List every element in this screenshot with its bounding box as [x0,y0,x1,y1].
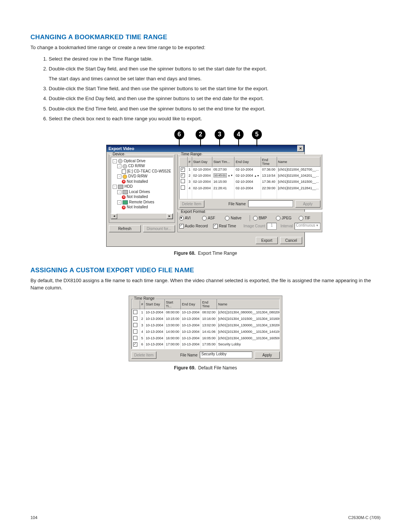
tree-optical[interactable]: Optical Drive [124,159,145,163]
col-endtime[interactable]: End Time [261,157,277,166]
table-row[interactable]: 610-13-200417:00:0010-13-200417:05:00Sec… [132,342,280,347]
tree-remote-not-installed: Not Installed [127,205,148,209]
table-row[interactable]: 410-13-200414:00:0010-13-200414:41:06[ch… [132,329,280,335]
callout-5: 5 [252,129,262,139]
fmt-tif: TIF [304,216,310,220]
col2-name[interactable]: Name [217,299,280,309]
steps-list: Select the desired row in the Time Range… [30,55,381,123]
delete-item-button-2[interactable]: Delete Item [131,351,156,359]
dialog-title: Export Video [108,146,134,151]
step-2-note: The start days and times cannot be set l… [49,75,381,83]
table-row[interactable]: 102-10-200405:27:0002-10-200407:36:00[ch… [179,166,320,173]
interval-label: Interval [280,224,293,228]
col-endday[interactable]: End Day [234,157,261,166]
tree-dvdrw[interactable]: DVD R/RW [128,174,147,178]
radio-native[interactable] [225,216,229,220]
fmt-asf: ASF [208,216,215,220]
scroll-right-icon[interactable]: ► [167,214,173,219]
page-footer: 104 C2630M-C (7/09) [30,515,381,520]
step-2: Double-click the Start Day field, and th… [49,65,381,83]
scroll-left-icon[interactable]: ◄ [111,214,117,219]
col2-startday[interactable]: Start Day [145,299,165,309]
tree-hdd[interactable]: HDD [124,184,133,189]
col2-starttime[interactable]: Start Ti... [165,299,181,309]
realtime-label: Real Time [219,224,236,228]
tree-hscrollbar[interactable]: ◄ ► [111,213,173,219]
time-range-label-2: Time Range [133,296,156,300]
tree-cdrw[interactable]: CD R/RW [128,164,145,168]
step-3: Double-click the Start Time field, and t… [49,85,381,93]
heading-changing-bookmark: CHANGING A BOOKMARKED TIME RANGE [30,34,381,41]
time-range-table[interactable]: # Start Day Start Tim... End Day End Tim… [179,157,320,199]
time-range-table-2[interactable]: # Start Day Start Ti... End Day End Time… [132,299,280,349]
fmt-jpeg: JPEG [282,216,292,220]
table-row[interactable]: 210-13-200410:15:0010-13-200410:16:00[ch… [132,316,280,322]
step-1: Select the desired row in the Time Range… [49,55,381,63]
chk-audio[interactable] [179,224,184,228]
export-format-label: Export Format [180,209,206,214]
radio-tif[interactable] [299,216,303,220]
device-group-label: Device [112,152,126,156]
apply-button[interactable]: Apply [295,200,320,208]
chk-realtime[interactable] [213,224,218,228]
device-tree[interactable]: -Optical Drive -CD R/RW [E:] CD-TEAC CD-… [111,157,173,213]
heading-assigning-filename: ASSIGNING A CUSTOM EXPORT VIDEO FILE NAM… [30,267,381,274]
col-name[interactable]: Name [277,157,320,166]
step-5: Double-click the End Time field, and the… [49,105,381,113]
table-row[interactable]: 310-13-200413:00:0010-13-200413:02:00[ch… [132,322,280,329]
cancel-button[interactable]: Cancel [280,237,302,244]
step-4: Double-click the End Day field, and then… [49,95,381,102]
fmt-native: Native [231,216,241,220]
tree-cd-item[interactable]: [E:] CD-TEAC CD-W552E [127,169,171,173]
tree-local[interactable]: Local Drives [129,190,150,194]
file-name-label: File Name [207,202,246,206]
figure-68-caption: Figure 68. Export Time Range [30,251,381,256]
time-range-panel: Time Range # Start Day Start Ti... End D… [129,296,282,361]
tree-local-not-installed: Not Installed [127,195,148,199]
radio-asf[interactable] [202,216,207,220]
intro-text-2: By default, the DX8100 assigns a file na… [30,277,381,292]
callout-row: 6 2 3 4 5 [107,129,304,145]
dismount-button[interactable]: Dismount for... [143,225,175,232]
image-count-label: Image Count [244,224,265,228]
figure-69-caption: Figure 69. Default File Names [30,365,381,371]
col2-endtime[interactable]: End Time [201,299,217,309]
radio-avi[interactable] [179,216,184,220]
export-video-dialog: Export Video ✕ Device -Optical Drive -CD… [106,145,305,247]
radio-jpeg[interactable] [276,216,280,220]
step-2-text: Double-click the Start Day field, and th… [49,66,267,72]
callout-6: 6 [174,129,184,139]
export-button[interactable]: Export [256,237,278,244]
col2-num[interactable]: # [140,299,145,309]
tree-dvd-not-installed: Not Installed [127,179,148,184]
step-6: Select the check box next to each time r… [49,115,381,123]
fmt-avi: AVI [185,216,191,220]
page-number: 104 [30,515,37,520]
callout-2: 2 [196,129,206,139]
callout-4: 4 [234,129,244,139]
table-row[interactable]: 402-10-200421:28:4102-10-200422:39:00[ch… [179,185,320,191]
titlebar: Export Video ✕ [107,145,304,152]
tree-remote[interactable]: Remote Drives [129,200,154,204]
delete-item-button[interactable]: Delete Item [179,200,204,208]
file-name-input[interactable] [248,200,293,207]
close-icon[interactable]: ✕ [297,145,304,152]
time-range-group-label: Time Range [180,152,203,156]
file-name-input-2[interactable]: Security Lobby [200,351,252,358]
file-name-label-2: File Name [159,353,198,357]
table-row[interactable]: 302-10-200416:15:0002-10-200417:36:40[ch… [179,178,320,185]
col2-endday[interactable]: End Day [181,299,201,309]
col-startday[interactable]: Start Day [192,157,212,166]
table-row[interactable]: 202-10-200410:45:01 ▲▼02-10-2004 ▲▼13:19… [179,173,320,178]
col-num[interactable]: # [187,157,192,166]
callout-3: 3 [215,129,225,139]
refresh-button[interactable]: Refresh [109,225,141,232]
apply-button-2[interactable]: Apply [255,351,280,359]
table-row[interactable]: 510-13-200416:00:0010-13-200416:05:00[ch… [132,335,280,342]
table-row[interactable]: 110-13-200408:00:0010-13-200408:02:00[ch… [132,309,280,316]
radio-bmp[interactable] [253,216,258,220]
fmt-bmp: BMP [259,216,267,220]
col-starttime[interactable]: Start Tim... [212,157,234,166]
audio-record-label: Audio Record [185,224,208,228]
doc-id: C2630M-C (7/09) [348,515,381,520]
